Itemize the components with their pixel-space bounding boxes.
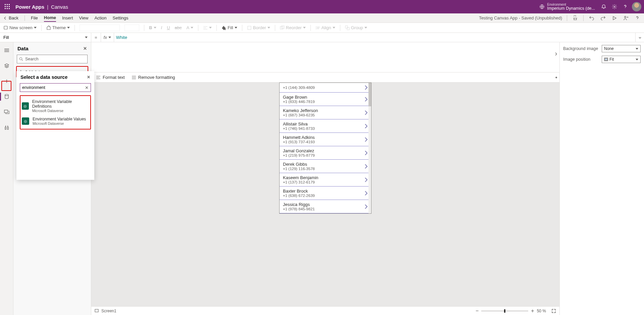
help2-icon[interactable] bbox=[634, 15, 641, 21]
theme-button[interactable]: Theme bbox=[46, 25, 70, 30]
property-selector[interactable]: Fill bbox=[0, 33, 91, 42]
app-checker-icon[interactable] bbox=[572, 15, 579, 21]
prop-imgpos-value[interactable]: Fit bbox=[602, 56, 641, 63]
menu-view[interactable]: View bbox=[79, 14, 89, 21]
reorder-label: Reorder bbox=[286, 25, 302, 30]
italic-icon: I bbox=[161, 25, 162, 30]
scrollbar-thumb[interactable] bbox=[368, 83, 371, 106]
contact-phone: +1 (638) 672-2639 bbox=[283, 194, 364, 198]
rail-media-icon[interactable] bbox=[2, 107, 11, 117]
rail-tree-icon[interactable] bbox=[2, 46, 11, 55]
data-panel-title: Data bbox=[17, 46, 29, 51]
data-panel-close-icon[interactable]: ✕ bbox=[83, 46, 87, 51]
left-rail bbox=[0, 42, 13, 315]
rail-layers-icon[interactable] bbox=[2, 61, 11, 70]
contact-row[interactable]: Jessica Riggs+1 (978) 845-9821 bbox=[280, 200, 371, 213]
contact-list: +1 (144) 309-4809Gage Brown+1 (833) 446-… bbox=[280, 83, 371, 213]
formula-expand-icon[interactable] bbox=[635, 33, 644, 42]
app-launcher-icon[interactable] bbox=[3, 2, 12, 11]
contact-row[interactable]: Jamal Gonzalez+1 (219) 975-8779 bbox=[280, 146, 371, 160]
chevron-right-icon bbox=[364, 137, 368, 142]
border-button: Border bbox=[247, 25, 270, 30]
brand-separator: | bbox=[47, 4, 48, 10]
zoom-out-icon[interactable]: − bbox=[476, 308, 479, 314]
brand-main: Power Apps bbox=[15, 4, 44, 10]
contact-row[interactable]: Baxter Brock+1 (638) 672-2639 bbox=[280, 187, 371, 200]
contact-phone: +1 (137) 312-6179 bbox=[283, 180, 364, 184]
menu-settings[interactable]: Settings bbox=[113, 14, 129, 21]
formula-input[interactable]: White bbox=[114, 33, 635, 42]
chevron-right-icon bbox=[364, 164, 368, 169]
main-area: Data ✕ Search Add data Select a data sou… bbox=[0, 42, 644, 315]
remove-formatting-button[interactable]: Remove formatting bbox=[132, 75, 175, 80]
fx-icon[interactable]: fx bbox=[101, 33, 114, 42]
data-panel: Data ✕ Search Add data Select a data sou… bbox=[13, 42, 91, 315]
rail-data-icon[interactable] bbox=[2, 92, 11, 101]
contact-phone: +1 (746) 941-8733 bbox=[283, 126, 364, 130]
environment-picker[interactable]: Environment Imperium Dynamics (de... bbox=[539, 3, 595, 11]
svg-rect-17 bbox=[347, 28, 349, 30]
contact-phone: +1 (833) 446-7819 bbox=[283, 100, 364, 104]
svg-rect-12 bbox=[4, 26, 7, 29]
contact-row[interactable]: +1 (144) 309-4809 bbox=[280, 83, 371, 93]
redo-icon[interactable] bbox=[600, 15, 606, 21]
flyout-search-clear-icon[interactable]: ✕ bbox=[85, 85, 89, 90]
ideas-icon[interactable]: ✦ bbox=[553, 73, 559, 82]
property-name: Fill bbox=[3, 35, 9, 40]
share-icon[interactable] bbox=[623, 15, 629, 21]
contact-phone: +1 (144) 309-4809 bbox=[283, 86, 364, 90]
app-preview-frame[interactable]: +1 (144) 309-4809Gage Brown+1 (833) 446-… bbox=[279, 83, 371, 214]
chevron-right-icon bbox=[364, 123, 368, 129]
datasource-result[interactable]: ◎ Environment Variable Definitions Micro… bbox=[20, 97, 90, 115]
svg-rect-7 bbox=[7, 8, 8, 9]
datasource-result[interactable]: ◎ Environment Variable Values Microsoft … bbox=[20, 115, 90, 127]
preview-icon[interactable] bbox=[611, 15, 618, 21]
menu-file[interactable]: File bbox=[31, 14, 38, 21]
menu-insert[interactable]: Insert bbox=[62, 14, 73, 21]
contact-row[interactable]: Allistair Silva+1 (746) 941-8733 bbox=[280, 119, 371, 133]
rail-tools-icon[interactable] bbox=[2, 123, 11, 132]
settings-icon[interactable] bbox=[609, 1, 620, 12]
align-button: Align bbox=[315, 25, 335, 30]
help-icon[interactable] bbox=[620, 1, 631, 12]
menu-bar: Back File Home Insert View Action Settin… bbox=[0, 13, 644, 23]
contact-name: Baxter Brock bbox=[283, 189, 364, 194]
prop-imgpos-text: Fit bbox=[609, 57, 614, 62]
fill-button[interactable]: Fill bbox=[221, 25, 237, 30]
back-button[interactable]: Back bbox=[3, 15, 18, 20]
contact-name: Gage Brown bbox=[283, 95, 364, 100]
underline-icon: U bbox=[167, 25, 170, 30]
contact-row[interactable]: Gage Brown+1 (833) 446-7819 bbox=[280, 93, 371, 106]
flyout-search-input[interactable]: ✕ bbox=[20, 83, 91, 92]
data-search-input[interactable]: Search bbox=[17, 55, 88, 63]
undo-icon[interactable] bbox=[588, 15, 595, 21]
new-screen-button[interactable]: New screen bbox=[3, 25, 37, 30]
contact-row[interactable]: Kameko Jefferson+1 (687) 349-6235 bbox=[280, 106, 371, 119]
flyout-search-field[interactable] bbox=[22, 85, 83, 90]
data-search-placeholder: Search bbox=[25, 57, 39, 61]
notifications-icon[interactable] bbox=[598, 1, 609, 12]
brand-title: Power Apps | Canvas bbox=[15, 4, 68, 10]
contact-row[interactable]: Hammett Adkins+1 (913) 737-4193 bbox=[280, 133, 371, 146]
menu-action[interactable]: Action bbox=[94, 14, 106, 21]
screen-name[interactable]: Screen1 bbox=[101, 309, 116, 313]
format-text-button[interactable]: Format text bbox=[96, 75, 125, 80]
svg-point-18 bbox=[5, 94, 8, 96]
avatar[interactable] bbox=[632, 2, 641, 11]
zoom-slider[interactable] bbox=[481, 311, 528, 311]
svg-rect-1 bbox=[7, 4, 8, 5]
contact-row[interactable]: Derek Gibbs+1 (129) 116-3578 bbox=[280, 160, 371, 173]
contact-row[interactable]: Kaseem Benjamin+1 (137) 312-6179 bbox=[280, 173, 371, 187]
format-text-label: Format text bbox=[103, 75, 125, 80]
equals-sign: = bbox=[91, 35, 101, 40]
contact-phone: +1 (219) 975-8779 bbox=[283, 153, 364, 157]
flyout-close-icon[interactable]: ✕ bbox=[87, 75, 90, 80]
font-color-icon: A bbox=[186, 25, 193, 30]
dataverse-icon: ◎ bbox=[22, 117, 29, 125]
zoom-in-icon[interactable]: + bbox=[531, 308, 534, 314]
collapse-formula-panel-icon[interactable] bbox=[553, 49, 559, 59]
bold-icon: B bbox=[149, 25, 156, 30]
menu-home[interactable]: Home bbox=[44, 14, 56, 22]
prop-bgimage-value[interactable]: None bbox=[602, 45, 641, 52]
fit-screen-icon[interactable] bbox=[551, 309, 556, 313]
